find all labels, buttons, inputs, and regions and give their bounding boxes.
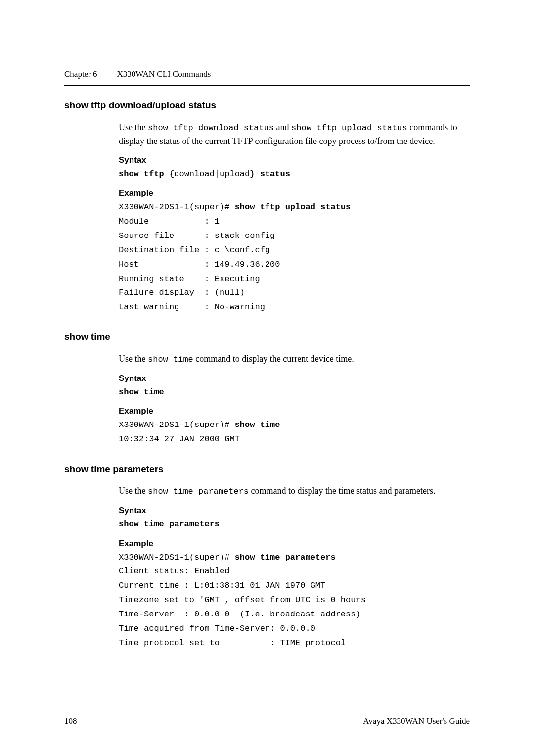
section-title-time-params: show time parameters: [64, 464, 470, 474]
example-heading: Example: [119, 539, 470, 549]
section-body-time: Use the show time command to display the…: [119, 352, 470, 447]
page-header: Chapter 6 X330WAN CLI Commands: [64, 69, 470, 79]
inline-code: show time parameters: [148, 487, 249, 496]
example-heading: Example: [119, 189, 470, 198]
syntax-code: show tftp {download|upload} status: [119, 167, 470, 182]
inline-code: show tftp upload status: [291, 123, 407, 133]
example-code: X330WAN-2DS1-1(super)# show tftp upload …: [119, 200, 470, 315]
inline-code: show time: [148, 355, 193, 364]
section-body-tftp: Use the show tftp download status and sh…: [119, 121, 470, 315]
section-desc: Use the show tftp download status and sh…: [119, 121, 470, 148]
chapter-label: Chapter 6: [64, 69, 97, 79]
section-title-time: show time: [64, 331, 470, 342]
section-body-time-params: Use the show time parameters command to …: [119, 484, 470, 650]
example-heading: Example: [119, 406, 470, 416]
syntax-heading: Syntax: [119, 506, 470, 516]
syntax-heading: Syntax: [119, 374, 470, 383]
syntax-code: show time parameters: [119, 518, 470, 532]
footer-title: Avaya X330WAN User's Guide: [363, 716, 470, 726]
page-footer: 108 Avaya X330WAN User's Guide: [64, 716, 470, 726]
syntax-heading: Syntax: [119, 155, 470, 165]
example-code: X330WAN-2DS1-1(super)# show time paramet…: [119, 551, 470, 651]
header-divider: [64, 85, 470, 86]
example-code: X330WAN-2DS1-1(super)# show time 10:32:3…: [119, 418, 470, 447]
section-title-tftp: show tftp download/upload status: [64, 100, 470, 111]
section-desc: Use the show time command to display the…: [119, 352, 470, 366]
section-desc: Use the show time parameters command to …: [119, 484, 470, 498]
syntax-code: show time: [119, 385, 470, 400]
chapter-title: X330WAN CLI Commands: [117, 69, 211, 79]
inline-code: show tftp download status: [148, 123, 274, 133]
page-number: 108: [64, 716, 77, 726]
